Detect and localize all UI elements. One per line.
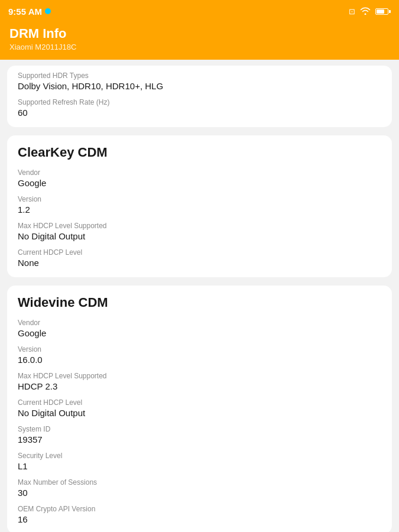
widevine-max-sessions-value: 30	[18, 488, 381, 498]
content-area: Supported HDR Types Dolby Vision, HDR10,…	[0, 60, 399, 532]
clearkey-max-hdcp-value: No Digital Output	[18, 231, 381, 241]
widevine-version-value: 16.0.0	[18, 355, 381, 365]
widevine-version-label: Version	[18, 345, 381, 353]
clearkey-current-hdcp-value: None	[18, 258, 381, 268]
clearkey-max-hdcp: Max HDCP Level Supported No Digital Outp…	[18, 222, 381, 241]
widevine-oem-crypto-value: 16	[18, 514, 381, 524]
top-card: Supported HDR Types Dolby Vision, HDR10,…	[7, 66, 392, 127]
field-hdr-types: Supported HDR Types Dolby Vision, HDR10,…	[18, 72, 381, 91]
field-label-hdr-types: Supported HDR Types	[18, 72, 381, 80]
app-title: DRM Info	[9, 26, 390, 41]
field-value-refresh-rate: 60	[18, 108, 381, 118]
widevine-max-hdcp-label: Max HDCP Level Supported	[18, 372, 381, 380]
widevine-vendor: Vendor Google	[18, 319, 381, 338]
clearkey-current-hdcp: Current HDCP Level None	[18, 248, 381, 268]
clearkey-title: ClearKey CDM	[18, 145, 381, 160]
widevine-max-sessions-label: Max Number of Sessions	[18, 478, 381, 486]
field-value-hdr-types: Dolby Vision, HDR10, HDR10+, HLG	[18, 81, 381, 91]
clearkey-card: ClearKey CDM Vendor Google Version 1.2 M…	[7, 135, 392, 277]
status-icons: ⊡	[349, 7, 391, 17]
clearkey-vendor-value: Google	[18, 178, 381, 188]
widevine-vendor-value: Google	[18, 328, 381, 338]
widevine-current-hdcp-label: Current HDCP Level	[18, 398, 381, 407]
widevine-vendor-label: Vendor	[18, 319, 381, 327]
widevine-title: Widevine CDM	[18, 295, 381, 310]
time-text: 9:55 AM	[8, 7, 42, 17]
widevine-oem-crypto: OEM Crypto API Version 16	[18, 505, 381, 524]
status-time: 9:55 AM	[8, 7, 51, 17]
widevine-card: Widevine CDM Vendor Google Version 16.0.…	[7, 286, 392, 532]
widevine-version: Version 16.0.0	[18, 345, 381, 365]
widevine-max-hdcp-value: HDCP 2.3	[18, 381, 381, 391]
app-subtitle: Xiaomi M2011J18C	[9, 43, 390, 51]
widevine-security-level: Security Level L1	[18, 452, 381, 471]
screenshot-icon: ⊡	[349, 7, 355, 16]
clearkey-vendor: Vendor Google	[18, 168, 381, 188]
clearkey-version-label: Version	[18, 195, 381, 203]
widevine-max-sessions: Max Number of Sessions 30	[18, 478, 381, 498]
app-header: DRM Info Xiaomi M2011J18C	[0, 22, 399, 60]
widevine-security-level-value: L1	[18, 461, 381, 471]
wifi-icon	[360, 7, 371, 17]
clearkey-current-hdcp-label: Current HDCP Level	[18, 248, 381, 257]
battery-icon	[375, 8, 391, 15]
field-label-refresh-rate: Supported Refresh Rate (Hz)	[18, 98, 381, 106]
clearkey-version-value: 1.2	[18, 205, 381, 215]
widevine-system-id: System ID 19357	[18, 425, 381, 445]
status-bar: 9:55 AM ⊡	[0, 0, 399, 22]
clearkey-max-hdcp-label: Max HDCP Level Supported	[18, 222, 381, 230]
field-refresh-rate: Supported Refresh Rate (Hz) 60	[18, 98, 381, 118]
widevine-current-hdcp-value: No Digital Output	[18, 408, 381, 418]
status-dot	[45, 8, 51, 14]
widevine-system-id-value: 19357	[18, 434, 381, 445]
clearkey-vendor-label: Vendor	[18, 168, 381, 177]
widevine-system-id-label: System ID	[18, 425, 381, 433]
widevine-max-hdcp: Max HDCP Level Supported HDCP 2.3	[18, 372, 381, 391]
clearkey-version: Version 1.2	[18, 195, 381, 215]
widevine-current-hdcp: Current HDCP Level No Digital Output	[18, 398, 381, 418]
widevine-oem-crypto-label: OEM Crypto API Version	[18, 505, 381, 513]
widevine-security-level-label: Security Level	[18, 452, 381, 460]
